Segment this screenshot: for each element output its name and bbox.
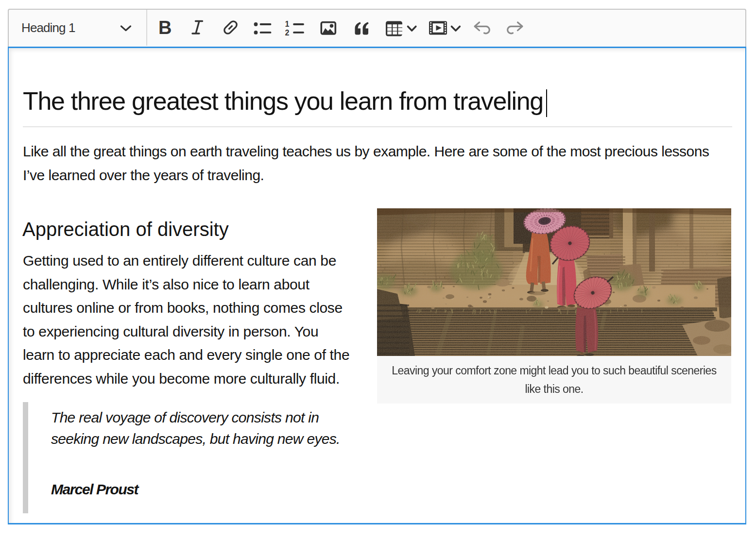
svg-text:B: B xyxy=(158,17,172,38)
svg-text:2: 2 xyxy=(285,29,290,37)
svg-text:1: 1 xyxy=(285,20,290,28)
